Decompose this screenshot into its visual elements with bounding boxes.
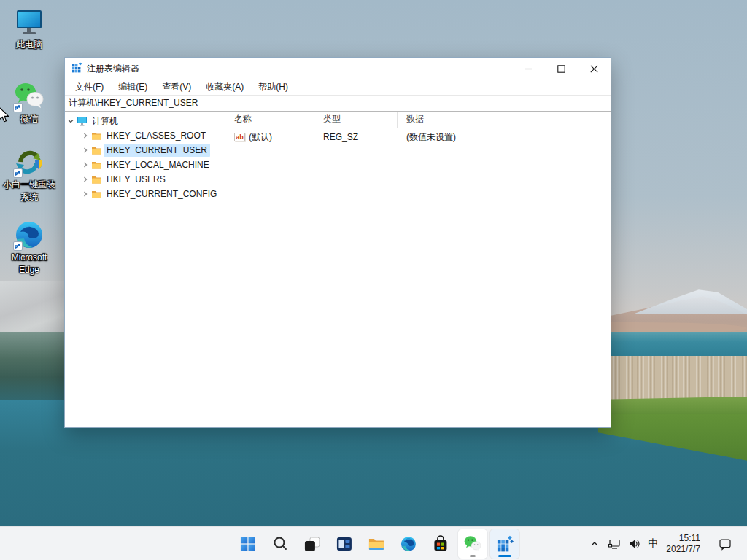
folder-icon	[91, 190, 104, 199]
taskbar: 中 15:11 2021/7/7	[0, 526, 747, 560]
edge-icon	[400, 535, 417, 553]
chevron-collapsed-icon[interactable]	[80, 176, 91, 183]
microsoft-store-icon	[432, 535, 449, 553]
tray-time: 15:11	[666, 533, 700, 544]
desktop-icon-xiaobai-reinstall[interactable]: 小白一键重装 系统	[4, 146, 54, 203]
column-header-name[interactable]: 名称	[225, 112, 314, 128]
computer-icon	[77, 116, 89, 126]
menu-bar: 文件(F) 编辑(E) 查看(V) 收藏夹(A) 帮助(H)	[65, 79, 611, 96]
registry-value-row[interactable]: ab (默认) REG_SZ (数值未设置)	[225, 130, 611, 144]
store-button[interactable]	[426, 529, 455, 559]
menu-favorites[interactable]: 收藏夹(A)	[198, 79, 251, 95]
tree-node-hkey-classes-root[interactable]: HKEY_CLASSES_ROOT	[65, 128, 222, 143]
shortcut-arrow-icon	[13, 168, 23, 178]
desktop-icon-label: 小白一键重装	[3, 179, 55, 190]
menu-edit[interactable]: 编辑(E)	[111, 79, 155, 95]
notification-center-button[interactable]	[715, 531, 735, 557]
ime-indicator[interactable]: 中	[644, 531, 662, 557]
column-header-data[interactable]: 数据	[398, 112, 611, 128]
tray-date: 2021/7/7	[666, 544, 700, 555]
desktop-icon-label: Microsoft	[12, 252, 47, 263]
tree-node-label: HKEY_CLASSES_ROOT	[104, 129, 209, 142]
wechat-taskbar-button[interactable]	[458, 529, 487, 559]
tray-overflow-button[interactable]	[585, 531, 604, 557]
desktop-icon-wechat[interactable]: 微信	[4, 80, 54, 125]
chevron-collapsed-icon[interactable]	[80, 161, 91, 168]
close-button[interactable]	[578, 58, 611, 79]
task-view-button[interactable]	[330, 529, 359, 559]
desktop-icon-this-pc[interactable]: 此电脑	[4, 6, 54, 50]
ethernet-network-icon	[608, 538, 621, 550]
folder-icon	[91, 131, 104, 141]
desktop-icon-label: Edge	[19, 265, 39, 276]
tree-node-label: HKEY_USERS	[104, 173, 169, 186]
start-button[interactable]	[233, 529, 263, 559]
wallpaper-reflections	[0, 332, 67, 408]
this-pc-icon	[13, 6, 45, 38]
title-bar[interactable]: 注册表编辑器	[65, 58, 611, 79]
desktop: 此电脑 微信	[0, 0, 747, 560]
tree-node-hkey-current-config[interactable]: HKEY_CURRENT_CONFIG	[65, 187, 222, 201]
registry-values-pane: 名称 类型 数据 ab (默认) REG_SZ (数值未设置)	[225, 112, 611, 427]
shortcut-arrow-icon	[13, 241, 23, 251]
window-title: 注册表编辑器	[87, 63, 139, 75]
maximize-button[interactable]	[545, 58, 578, 79]
wallpaper-shore	[0, 281, 70, 337]
xiaobai-reinstall-icon	[13, 146, 45, 178]
menu-file[interactable]: 文件(F)	[68, 79, 111, 95]
tree-node-computer[interactable]: 计算机	[65, 114, 222, 128]
clock[interactable]: 15:11 2021/7/7	[662, 533, 705, 555]
folder-icon	[91, 160, 104, 170]
desktop-icon-label: 系统	[20, 192, 38, 203]
reg-sz-icon: ab	[234, 133, 245, 141]
menu-view[interactable]: 查看(V)	[155, 79, 198, 95]
registry-editor-icon	[495, 534, 514, 553]
tree-node-hkey-local-machine[interactable]: HKEY_LOCAL_MACHINE	[65, 158, 222, 172]
desktop-icon-microsoft-edge[interactable]: Microsoft Edge	[4, 219, 54, 276]
value-data: (数值未设置)	[398, 131, 611, 144]
registry-editor-taskbar-button[interactable]	[490, 529, 519, 559]
tree-node-label: HKEY_CURRENT_CONFIG	[104, 187, 220, 201]
overlapping-windows-icon	[303, 535, 321, 553]
value-type: REG_SZ	[314, 132, 398, 142]
list-header: 名称 类型 数据	[225, 112, 611, 128]
minimize-button[interactable]	[512, 58, 545, 79]
column-header-type[interactable]: 类型	[314, 112, 398, 128]
file-explorer-button[interactable]	[362, 529, 391, 559]
volume-tray-button[interactable]	[624, 531, 644, 557]
chevron-collapsed-icon[interactable]	[80, 147, 91, 154]
search-button[interactable]	[266, 529, 295, 559]
edge-button[interactable]	[394, 529, 423, 559]
active-indicator	[498, 555, 511, 557]
wechat-icon	[463, 534, 482, 553]
registry-editor-window: 注册表编辑器 文件(F) 编辑(E) 查看(V) 收藏夹(A) 帮助(H) 计算…	[64, 57, 611, 428]
chevron-collapsed-icon[interactable]	[80, 132, 91, 139]
folder-icon	[91, 175, 104, 184]
address-bar[interactable]: 计算机\HKEY_CURRENT_USER	[65, 96, 611, 112]
system-tray: 中 15:11 2021/7/7	[585, 527, 747, 560]
registry-editor-app-icon	[71, 62, 82, 76]
chevron-expanded-icon[interactable]	[65, 117, 77, 125]
tree-node-hkey-current-user[interactable]: HKEY_CURRENT_USER	[65, 143, 222, 158]
speaker-icon	[628, 538, 640, 550]
folder-icon	[91, 146, 104, 155]
tree-node-label: 计算机	[89, 114, 121, 129]
edge-icon	[13, 219, 45, 251]
network-tray-button[interactable]	[604, 531, 624, 557]
tree-node-hkey-users[interactable]: HKEY_USERS	[65, 172, 222, 187]
desktop-app-button[interactable]	[298, 529, 327, 559]
chevron-collapsed-icon[interactable]	[80, 190, 91, 198]
registry-tree-pane: 计算机 HKEY_CLASSES_ROOT	[65, 112, 222, 427]
desktop-icon-label: 此电脑	[16, 39, 42, 50]
windows-logo-icon	[239, 535, 257, 553]
chevron-up-icon	[589, 538, 600, 550]
desktop-icon-label: 微信	[20, 114, 38, 125]
file-explorer-icon	[368, 535, 385, 553]
running-indicator	[470, 555, 476, 557]
address-path: 计算机\HKEY_CURRENT_USER	[69, 97, 198, 109]
tree-node-label-selected: HKEY_CURRENT_USER	[104, 144, 210, 157]
menu-help[interactable]: 帮助(H)	[251, 79, 295, 95]
notification-bubble-icon	[719, 538, 732, 551]
wechat-icon	[13, 80, 45, 112]
value-name: (默认)	[249, 131, 272, 144]
